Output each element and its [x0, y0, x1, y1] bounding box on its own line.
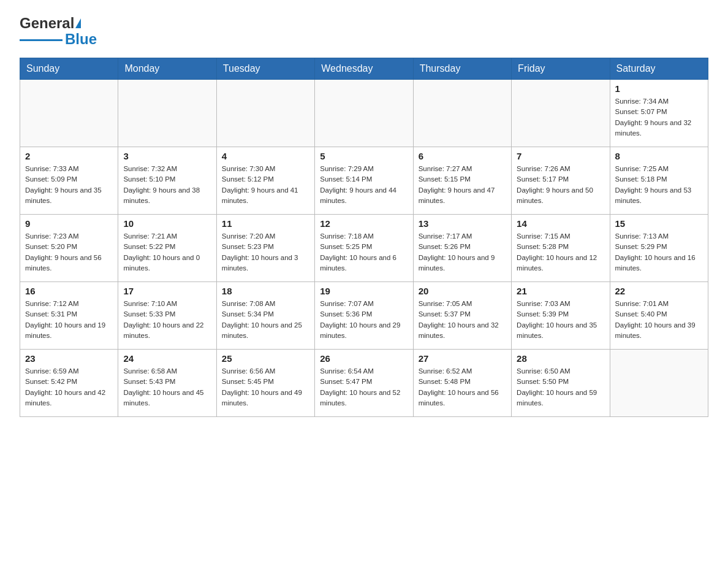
calendar-cell — [413, 80, 511, 147]
calendar-cell: 11Sunrise: 7:20 AMSunset: 5:23 PMDayligh… — [216, 215, 314, 282]
column-header-friday: Friday — [512, 58, 610, 80]
calendar-cell: 3Sunrise: 7:32 AMSunset: 5:10 PMDaylight… — [118, 147, 216, 215]
calendar-cell: 26Sunrise: 6:54 AMSunset: 5:47 PMDayligh… — [315, 350, 413, 417]
calendar-cell — [216, 80, 314, 147]
day-info: Sunrise: 7:13 AMSunset: 5:29 PMDaylight:… — [615, 231, 703, 274]
day-number: 5 — [320, 151, 408, 161]
calendar-cell — [118, 80, 216, 147]
day-info: Sunrise: 7:20 AMSunset: 5:23 PMDaylight:… — [222, 231, 309, 274]
day-info: Sunrise: 7:26 AMSunset: 5:17 PMDaylight:… — [517, 164, 604, 206]
day-info: Sunrise: 7:10 AMSunset: 5:33 PMDaylight:… — [123, 299, 211, 341]
calendar-cell: 7Sunrise: 7:26 AMSunset: 5:17 PMDaylight… — [512, 147, 610, 215]
day-info: Sunrise: 7:15 AMSunset: 5:28 PMDaylight:… — [517, 231, 604, 274]
calendar-cell: 12Sunrise: 7:18 AMSunset: 5:25 PMDayligh… — [315, 215, 413, 282]
calendar-header-row: SundayMondayTuesdayWednesdayThursdayFrid… — [20, 58, 708, 80]
day-info: Sunrise: 6:50 AMSunset: 5:50 PMDaylight:… — [517, 366, 604, 408]
day-number: 9 — [25, 218, 113, 229]
day-number: 12 — [320, 218, 408, 229]
day-number: 23 — [25, 353, 113, 364]
day-number: 8 — [615, 151, 703, 161]
day-number: 25 — [222, 353, 309, 364]
day-info: Sunrise: 7:17 AMSunset: 5:26 PMDaylight:… — [419, 231, 506, 274]
day-number: 21 — [517, 286, 604, 296]
calendar-cell: 1Sunrise: 7:34 AMSunset: 5:07 PMDaylight… — [610, 80, 708, 147]
day-number: 18 — [222, 286, 309, 296]
column-header-sunday: Sunday — [20, 58, 118, 80]
calendar-cell — [610, 350, 708, 417]
calendar-cell: 23Sunrise: 6:59 AMSunset: 5:42 PMDayligh… — [20, 350, 118, 417]
calendar-week-2: 2Sunrise: 7:33 AMSunset: 5:09 PMDaylight… — [20, 147, 708, 215]
calendar-cell: 19Sunrise: 7:07 AMSunset: 5:36 PMDayligh… — [315, 282, 413, 350]
calendar-cell: 24Sunrise: 6:58 AMSunset: 5:43 PMDayligh… — [118, 350, 216, 417]
day-info: Sunrise: 7:30 AMSunset: 5:12 PMDaylight:… — [222, 164, 309, 206]
day-info: Sunrise: 6:59 AMSunset: 5:42 PMDaylight:… — [25, 366, 113, 408]
day-info: Sunrise: 7:29 AMSunset: 5:14 PMDaylight:… — [320, 164, 408, 206]
calendar-cell: 9Sunrise: 7:23 AMSunset: 5:20 PMDaylight… — [20, 215, 118, 282]
day-number: 20 — [419, 286, 506, 296]
calendar-week-3: 9Sunrise: 7:23 AMSunset: 5:20 PMDaylight… — [20, 215, 708, 282]
day-info: Sunrise: 7:25 AMSunset: 5:18 PMDaylight:… — [615, 164, 703, 206]
calendar-cell: 20Sunrise: 7:05 AMSunset: 5:37 PMDayligh… — [413, 282, 511, 350]
calendar-cell: 14Sunrise: 7:15 AMSunset: 5:28 PMDayligh… — [512, 215, 610, 282]
day-number: 6 — [419, 151, 506, 161]
logo-triangle-icon — [75, 18, 81, 28]
day-info: Sunrise: 7:07 AMSunset: 5:36 PMDaylight:… — [320, 299, 408, 341]
calendar-week-5: 23Sunrise: 6:59 AMSunset: 5:42 PMDayligh… — [20, 350, 708, 417]
day-info: Sunrise: 7:08 AMSunset: 5:34 PMDaylight:… — [222, 299, 309, 341]
day-info: Sunrise: 7:34 AMSunset: 5:07 PMDaylight:… — [615, 96, 703, 139]
logo-line — [20, 39, 63, 41]
day-number: 28 — [517, 353, 604, 364]
calendar-cell: 16Sunrise: 7:12 AMSunset: 5:31 PMDayligh… — [20, 282, 118, 350]
logo-bottom: Blue — [20, 31, 97, 48]
calendar-week-4: 16Sunrise: 7:12 AMSunset: 5:31 PMDayligh… — [20, 282, 708, 350]
column-header-saturday: Saturday — [610, 58, 708, 80]
day-info: Sunrise: 6:52 AMSunset: 5:48 PMDaylight:… — [419, 366, 506, 408]
day-number: 24 — [123, 353, 211, 364]
calendar-week-1: 1Sunrise: 7:34 AMSunset: 5:07 PMDaylight… — [20, 80, 708, 147]
day-number: 11 — [222, 218, 309, 229]
day-number: 3 — [123, 151, 211, 161]
column-header-thursday: Thursday — [413, 58, 511, 80]
day-number: 15 — [615, 218, 703, 229]
day-info: Sunrise: 7:23 AMSunset: 5:20 PMDaylight:… — [25, 231, 113, 274]
calendar-cell: 25Sunrise: 6:56 AMSunset: 5:45 PMDayligh… — [216, 350, 314, 417]
day-number: 4 — [222, 151, 309, 161]
column-header-tuesday: Tuesday — [216, 58, 314, 80]
day-number: 17 — [123, 286, 211, 296]
day-info: Sunrise: 7:27 AMSunset: 5:15 PMDaylight:… — [419, 164, 506, 206]
calendar-cell — [20, 80, 118, 147]
day-info: Sunrise: 6:54 AMSunset: 5:47 PMDaylight:… — [320, 366, 408, 408]
calendar-cell: 5Sunrise: 7:29 AMSunset: 5:14 PMDaylight… — [315, 147, 413, 215]
logo-blue: Blue — [65, 31, 97, 48]
calendar-cell — [315, 80, 413, 147]
calendar-cell: 13Sunrise: 7:17 AMSunset: 5:26 PMDayligh… — [413, 215, 511, 282]
calendar-cell: 22Sunrise: 7:01 AMSunset: 5:40 PMDayligh… — [610, 282, 708, 350]
day-info: Sunrise: 7:18 AMSunset: 5:25 PMDaylight:… — [320, 231, 408, 274]
calendar-cell: 18Sunrise: 7:08 AMSunset: 5:34 PMDayligh… — [216, 282, 314, 350]
calendar-cell: 10Sunrise: 7:21 AMSunset: 5:22 PMDayligh… — [118, 215, 216, 282]
calendar-cell: 2Sunrise: 7:33 AMSunset: 5:09 PMDaylight… — [20, 147, 118, 215]
day-info: Sunrise: 7:21 AMSunset: 5:22 PMDaylight:… — [123, 231, 211, 274]
day-number: 10 — [123, 218, 211, 229]
day-number: 2 — [25, 151, 113, 161]
day-info: Sunrise: 7:01 AMSunset: 5:40 PMDaylight:… — [615, 299, 703, 341]
day-number: 27 — [419, 353, 506, 364]
day-info: Sunrise: 7:32 AMSunset: 5:10 PMDaylight:… — [123, 164, 211, 206]
calendar-cell: 6Sunrise: 7:27 AMSunset: 5:15 PMDaylight… — [413, 147, 511, 215]
day-number: 16 — [25, 286, 113, 296]
day-number: 7 — [517, 151, 604, 161]
day-info: Sunrise: 6:56 AMSunset: 5:45 PMDaylight:… — [222, 366, 309, 408]
logo-wordmark: General — [20, 15, 81, 32]
calendar-cell — [512, 80, 610, 147]
calendar-cell: 8Sunrise: 7:25 AMSunset: 5:18 PMDaylight… — [610, 147, 708, 215]
day-number: 14 — [517, 218, 604, 229]
day-number: 1 — [615, 83, 703, 94]
calendar-cell: 15Sunrise: 7:13 AMSunset: 5:29 PMDayligh… — [610, 215, 708, 282]
day-number: 22 — [615, 286, 703, 296]
day-info: Sunrise: 7:33 AMSunset: 5:09 PMDaylight:… — [25, 164, 113, 206]
day-info: Sunrise: 7:12 AMSunset: 5:31 PMDaylight:… — [25, 299, 113, 341]
page-header: General Blue — [20, 15, 708, 48]
calendar-cell: 27Sunrise: 6:52 AMSunset: 5:48 PMDayligh… — [413, 350, 511, 417]
day-info: Sunrise: 7:03 AMSunset: 5:39 PMDaylight:… — [517, 299, 604, 341]
day-info: Sunrise: 6:58 AMSunset: 5:43 PMDaylight:… — [123, 366, 211, 408]
